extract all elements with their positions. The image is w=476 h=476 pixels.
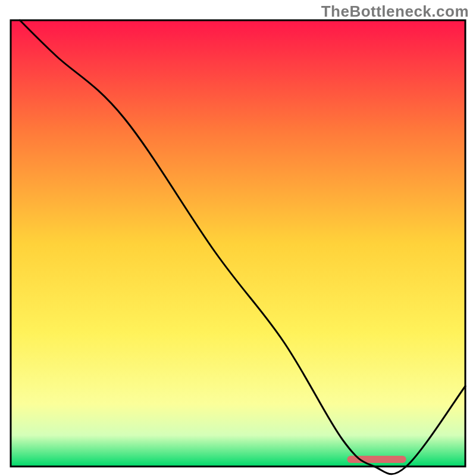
plot-background (11, 20, 465, 466)
chart-container: TheBottleneck.com (0, 0, 476, 476)
watermark-text: TheBottleneck.com (321, 2, 469, 21)
bottleneck-chart (0, 0, 476, 476)
